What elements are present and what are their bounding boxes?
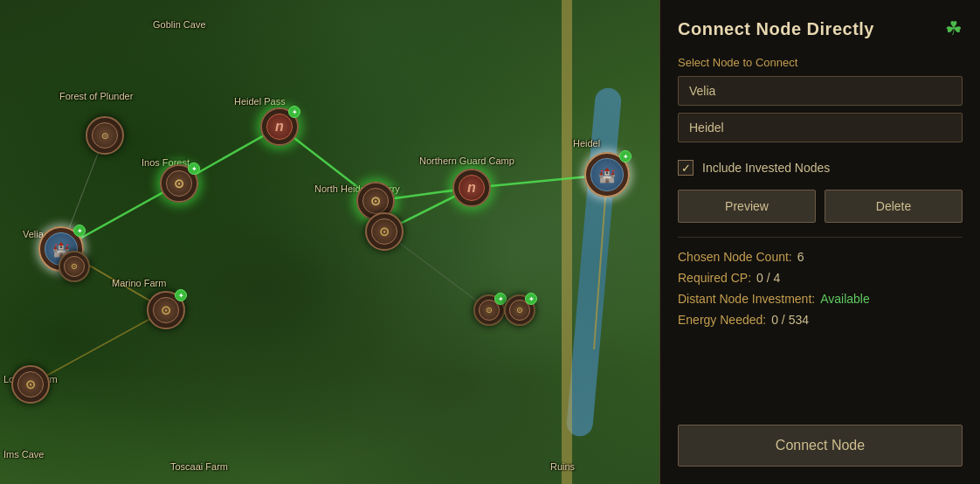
node-heidelpass-badge: ✦ — [288, 106, 300, 118]
node-heidel-pass[interactable]: n ✦ — [260, 107, 299, 146]
panel: Connect Node Directly ☘ Select Node to C… — [659, 0, 980, 484]
node-marino-farm[interactable]: ⊙ ✦ — [147, 291, 185, 329]
chosen-node-value: 6 — [797, 250, 804, 264]
energy-row: Energy Needed: 0 / 534 — [678, 313, 963, 327]
required-cp-label: Required CP: — [678, 271, 751, 285]
node-heidel-town-inner: 🏰 — [590, 158, 624, 191]
node-velia-badge: ✦ — [73, 225, 86, 237]
panel-header: Connect Node Directly ☘ — [678, 17, 963, 40]
svg-line-10 — [384, 232, 489, 310]
preview-button[interactable]: Preview — [678, 190, 816, 223]
distant-node-row: Distant Node Investment: Available — [678, 292, 963, 306]
node-heidel-badge: ✦ — [619, 150, 631, 162]
map-area: Goblin Cave Forest of Plunder Heidel Pas… — [0, 0, 659, 484]
include-invested-checkbox[interactable] — [678, 160, 694, 176]
checkbox-row: Include Invested Nodes — [678, 160, 963, 176]
distant-value: Available — [820, 292, 870, 306]
node-inos-forest[interactable]: ⊙ ✦ — [160, 164, 198, 203]
distant-label: Distant Node Investment: — [678, 292, 815, 306]
required-cp-row: Required CP: 0 / 4 — [678, 271, 963, 285]
select-label: Select Node to Connect — [678, 56, 963, 69]
node-loggia-inner: ⊙ — [17, 371, 44, 398]
svg-line-8 — [594, 175, 607, 349]
node-cross-inner: ⊙ — [371, 218, 397, 245]
node-north-heidel-inner: ⊙ — [362, 188, 389, 214]
checkbox-label: Include Invested Nodes — [702, 161, 830, 175]
node-heidel-town[interactable]: 🏰 ✦ — [584, 152, 630, 197]
node-forest-inner: ⊙ — [92, 122, 118, 149]
clover-icon[interactable]: ☘ — [945, 17, 963, 40]
divider — [678, 237, 963, 238]
node-connections — [0, 0, 659, 484]
svg-line-7 — [31, 310, 166, 384]
node-farm2-badge: ✦ — [525, 293, 537, 305]
required-cp-value: 0 / 4 — [756, 271, 780, 285]
node-marino-inner: ⊙ — [153, 297, 179, 323]
node-farm2[interactable]: ⊙ ✦ — [504, 294, 535, 326]
node-field-2[interactable] — [678, 113, 963, 142]
delete-button[interactable]: Delete — [825, 190, 963, 223]
chosen-node-label: Chosen Node Count: — [678, 250, 792, 264]
chosen-node-row: Chosen Node Count: 6 — [678, 250, 963, 264]
action-buttons: Preview Delete — [678, 190, 963, 223]
panel-title: Connect Node Directly — [678, 19, 874, 39]
node-inos-badge: ✦ — [188, 162, 200, 175]
connect-node-button[interactable]: Connect Node — [678, 425, 963, 467]
node-guard-camp[interactable]: n — [452, 169, 491, 207]
node-forest-plunder[interactable]: ⊙ — [86, 116, 124, 155]
node-extra1[interactable]: ⊙ — [59, 251, 90, 282]
node-inos-inner: ⊙ — [166, 170, 192, 197]
node-extra1-inner: ⊙ — [64, 256, 85, 277]
node-field-1[interactable] — [678, 76, 963, 106]
node-farm1[interactable]: ⊙ ✦ — [473, 294, 505, 326]
node-heidel-pass-inner: n — [266, 114, 293, 140]
node-cross[interactable]: ⊙ — [365, 212, 404, 251]
energy-label: Energy Needed: — [678, 313, 766, 327]
node-loggia[interactable]: ⊙ — [11, 365, 50, 404]
energy-value: 0 / 534 — [771, 313, 809, 327]
node-marino-badge: ✦ — [175, 289, 187, 301]
node-guard-camp-inner: n — [459, 175, 485, 201]
